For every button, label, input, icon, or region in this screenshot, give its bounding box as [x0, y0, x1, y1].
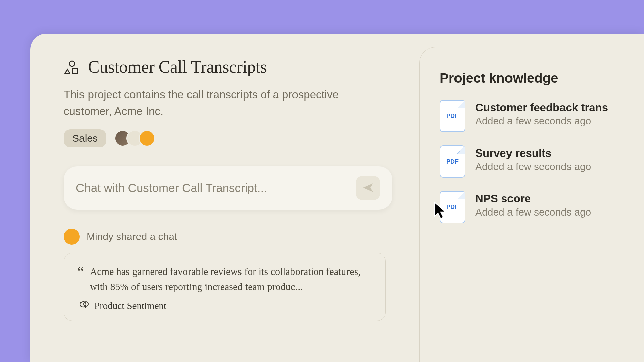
pdf-file-icon: PDF: [440, 145, 465, 178]
project-header: Customer Call Transcripts: [64, 57, 392, 77]
svg-rect-1: [72, 69, 78, 73]
project-title: Customer Call Transcripts: [88, 57, 267, 77]
doc-meta: Added a few seconds ago: [475, 206, 591, 218]
pdf-file-icon: PDF: [440, 100, 465, 132]
send-button[interactable]: [356, 176, 380, 200]
doc-title: NPS score: [475, 192, 591, 205]
quote-text: Acme has garnered favorable reviews for …: [90, 264, 372, 294]
doc-text: Survey results Added a few seconds ago: [475, 145, 591, 172]
doc-meta: Added a few seconds ago: [475, 161, 591, 172]
project-main-panel: Customer Call Transcripts This project c…: [30, 34, 419, 362]
sentiment-row: Product Sentiment: [79, 300, 372, 311]
tags-row: Sales: [64, 129, 392, 147]
cursor-icon: [433, 201, 449, 223]
avatar: [139, 130, 155, 147]
chat-input[interactable]: [76, 181, 349, 195]
shared-chat-author: Mindy shared a chat: [87, 231, 177, 242]
knowledge-heading: Project knowledge: [440, 71, 644, 86]
avatar: [64, 229, 80, 245]
svg-point-0: [69, 61, 75, 66]
shapes-icon: [64, 59, 79, 75]
knowledge-panel: Project knowledge PDF Customer feedback …: [419, 47, 644, 362]
knowledge-item[interactable]: PDF NPS score Added a few seconds ago: [440, 191, 644, 223]
doc-title: Survey results: [475, 147, 591, 160]
pdf-badge: PDF: [446, 113, 459, 120]
doc-meta: Added a few seconds ago: [475, 115, 608, 127]
doc-text: Customer feedback trans Added a few seco…: [475, 100, 608, 127]
shared-chat-header: Mindy shared a chat: [64, 229, 392, 245]
chat-bubble-icon: [79, 300, 89, 311]
knowledge-item[interactable]: PDF Customer feedback trans Added a few …: [440, 100, 644, 132]
quote-row: “ Acme has garnered favorable reviews fo…: [77, 264, 372, 294]
app-window: Customer Call Transcripts This project c…: [30, 34, 644, 362]
doc-text: NPS score Added a few seconds ago: [475, 191, 591, 218]
avatar-stack[interactable]: [114, 130, 155, 147]
pdf-badge: PDF: [446, 158, 459, 165]
knowledge-item[interactable]: PDF Survey results Added a few seconds a…: [440, 145, 644, 178]
chat-input-container: [64, 166, 392, 210]
project-description: This project contains the call transcrip…: [64, 86, 345, 119]
sentiment-label: Product Sentiment: [94, 300, 166, 311]
send-icon: [362, 181, 374, 195]
quote-icon: “: [77, 268, 84, 294]
tag-chip-sales[interactable]: Sales: [64, 129, 106, 147]
doc-title: Customer feedback trans: [475, 101, 608, 114]
shared-chat-card[interactable]: “ Acme has garnered favorable reviews fo…: [64, 253, 386, 321]
